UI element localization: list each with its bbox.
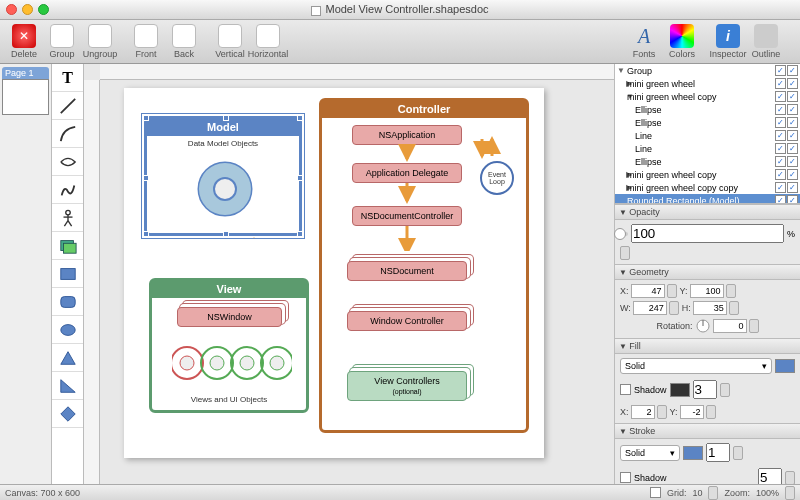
opacity-slider[interactable] <box>620 232 628 236</box>
ungroup-button[interactable]: Ungroup <box>82 24 118 59</box>
ruler-horizontal <box>100 64 614 80</box>
node-windowcontroller[interactable]: Window Controller <box>347 311 467 331</box>
svg-point-26 <box>210 356 224 370</box>
outline-row[interactable]: ▼Group✓✓ <box>615 64 800 77</box>
line-tool[interactable] <box>52 92 83 120</box>
outline-row[interactable]: Ellipse✓✓ <box>615 155 800 168</box>
h-stepper[interactable] <box>729 301 739 315</box>
outline-row[interactable]: Line✓✓ <box>615 142 800 155</box>
stroke-width-stepper[interactable] <box>733 446 743 460</box>
model-panel[interactable]: Model Data Model Objects <box>144 116 302 236</box>
grid-checkbox[interactable] <box>650 487 661 498</box>
svg-line-4 <box>64 220 68 225</box>
shadow-blur-field[interactable] <box>693 380 717 399</box>
outline-tree[interactable]: ▼Group✓✓▶mini green wheel✓✓▼mini green w… <box>615 64 800 204</box>
outline-row[interactable]: ▶mini green wheel copy✓✓ <box>615 168 800 181</box>
back-button[interactable]: Back <box>166 24 202 59</box>
inspector-button[interactable]: Inspector <box>710 24 746 59</box>
rotation-stepper[interactable] <box>749 319 759 333</box>
y-field[interactable] <box>690 284 724 298</box>
outline-row[interactable]: Ellipse✓✓ <box>615 103 800 116</box>
ellipse-tool[interactable] <box>52 316 83 344</box>
y-stepper[interactable] <box>726 284 736 298</box>
zoom-stepper[interactable] <box>785 486 795 500</box>
vertical-button[interactable]: Vertical <box>212 24 248 59</box>
stroke-width-field[interactable] <box>706 443 730 462</box>
outline-button[interactable]: Outline <box>748 24 784 59</box>
node-viewcontrollers[interactable]: View Controllers(optional) <box>347 371 467 401</box>
stroke-style-select[interactable]: Solid▾ <box>620 445 680 461</box>
x-stepper[interactable] <box>667 284 677 298</box>
stroke-section: ▼ Stroke Solid▾ Shadow <box>615 423 800 491</box>
right-triangle-tool[interactable] <box>52 372 83 400</box>
fonts-button[interactable]: AFonts <box>626 24 662 59</box>
curve-tool[interactable] <box>52 120 83 148</box>
node-nswindow[interactable]: NSWindow <box>177 307 282 327</box>
fill-section: ▼ Fill Solid▾ Shadow X: Y: <box>615 338 800 423</box>
svg-rect-9 <box>60 296 74 307</box>
delete-button[interactable]: Delete <box>6 24 42 59</box>
colors-button[interactable]: Colors <box>664 24 700 59</box>
stroke-color-swatch[interactable] <box>683 446 703 460</box>
rounded-rect-tool[interactable] <box>52 288 83 316</box>
opacity-stepper[interactable] <box>620 246 630 260</box>
front-icon <box>134 24 158 48</box>
controller-panel[interactable]: Controller NSApplication Application Del… <box>319 98 529 433</box>
outline-row[interactable]: ▼mini green wheel copy✓✓ <box>615 90 800 103</box>
stroke-shadow-stepper[interactable] <box>785 471 795 485</box>
outline-row[interactable]: Ellipse✓✓ <box>615 116 800 129</box>
shadow-color-swatch[interactable] <box>670 383 690 397</box>
canvas[interactable]: Model Data Model Objects Controller NSAp… <box>124 88 544 458</box>
shadow-blur-stepper[interactable] <box>720 383 730 397</box>
back-icon <box>172 24 196 48</box>
rotation-field[interactable] <box>713 319 747 333</box>
grid-stepper[interactable] <box>708 486 718 500</box>
svg-marker-12 <box>60 379 74 392</box>
group-button[interactable]: Group <box>44 24 80 59</box>
outline-row[interactable]: ▶mini green wheel✓✓ <box>615 77 800 90</box>
node-nsdocument[interactable]: NSDocument <box>347 261 467 281</box>
fill-style-select[interactable]: Solid▾ <box>620 358 772 374</box>
h-field[interactable] <box>693 301 727 315</box>
inspector-panel: ▼Group✓✓▶mini green wheel✓✓▼mini green w… <box>614 64 800 484</box>
outline-row[interactable]: ▶mini green wheel copy copy✓✓ <box>615 181 800 194</box>
diamond-tool[interactable] <box>52 400 83 428</box>
freehand-tool[interactable] <box>52 176 83 204</box>
svg-point-10 <box>60 324 74 335</box>
page-thumbnail[interactable] <box>2 79 49 115</box>
fill-color-swatch[interactable] <box>775 359 795 373</box>
front-button[interactable]: Front <box>128 24 164 59</box>
opacity-field[interactable] <box>631 224 784 243</box>
shadow-y-stepper[interactable] <box>706 405 716 419</box>
horizontal-button[interactable]: Horizontal <box>250 24 286 59</box>
x-field[interactable] <box>631 284 665 298</box>
fill-shadow-checkbox[interactable] <box>620 384 631 395</box>
node-nsapplication[interactable]: NSApplication <box>352 125 462 145</box>
view-panel[interactable]: View NSWindow Views and UI Objects <box>149 278 309 413</box>
event-loop[interactable]: Event Loop <box>480 161 514 195</box>
canvas-area[interactable]: Model Data Model Objects Controller NSAp… <box>84 64 614 484</box>
outline-row[interactable]: Rounded Rectangle (Model)✓✓ <box>615 194 800 204</box>
person-tool[interactable] <box>52 204 83 232</box>
titlebar: Model View Controller.shapesdoc <box>0 0 800 20</box>
text-tool[interactable]: T <box>52 64 83 92</box>
arc-tool[interactable] <box>52 148 83 176</box>
shadow-x-stepper[interactable] <box>657 405 667 419</box>
stroke-shadow-checkbox[interactable] <box>620 472 631 483</box>
node-appdelegate[interactable]: Application Delegate <box>352 163 462 183</box>
triangle-tool[interactable] <box>52 344 83 372</box>
image-tool[interactable] <box>52 232 83 260</box>
page-tab[interactable]: Page 1 <box>2 67 49 79</box>
group-icon <box>50 24 74 48</box>
shadow-y-field[interactable] <box>680 405 704 419</box>
rotation-dial-icon[interactable] <box>695 318 711 334</box>
wheel-icon <box>195 159 255 219</box>
shadow-x-field[interactable] <box>631 405 655 419</box>
w-stepper[interactable] <box>669 301 679 315</box>
outline-row[interactable]: Line✓✓ <box>615 129 800 142</box>
node-nsdoccontroller[interactable]: NSDocumentController <box>352 206 462 226</box>
svg-point-15 <box>214 178 236 200</box>
w-field[interactable] <box>633 301 667 315</box>
svg-line-5 <box>68 220 72 225</box>
rectangle-tool[interactable] <box>52 260 83 288</box>
